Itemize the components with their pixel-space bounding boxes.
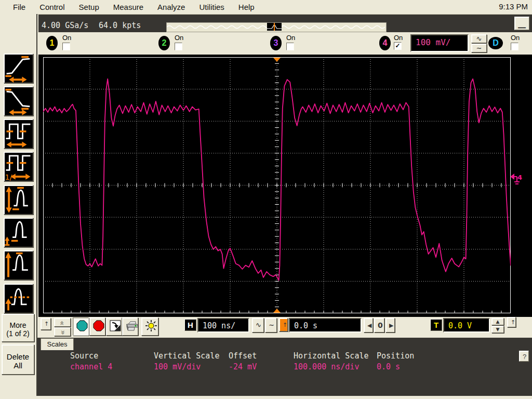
bottom-strip: [0, 396, 532, 399]
source-value: channel 4: [70, 362, 112, 371]
memory-depth: 64.0 kpts: [99, 21, 141, 30]
maximum-icon: [4, 251, 33, 280]
waveform-overview-bar[interactable]: [166, 22, 387, 32]
measure-period-button[interactable]: [4, 119, 33, 149]
column-header-horizontal-scale: Horizontal Scale: [294, 351, 369, 361]
digital-channels-button[interactable]: D: [488, 37, 503, 49]
double-chevron-down-icon: «: [58, 330, 66, 335]
horizontal-scale-value: 100.000 ns/div: [294, 362, 369, 371]
trigger-level-up-button[interactable]: ▲: [491, 318, 504, 325]
trigger-level-down-button[interactable]: ▼: [491, 326, 504, 333]
menu-analyze[interactable]: Analyze: [156, 1, 186, 13]
left-arrow-icon: ◀: [367, 322, 371, 329]
delete-all-button[interactable]: Delete All: [2, 344, 34, 375]
column-header-vertical-scale: Vertical Scale: [154, 351, 219, 361]
display-brightness-button[interactable]: [141, 317, 158, 336]
menu-file[interactable]: File: [12, 1, 26, 13]
scroll-up-button[interactable]: ↑: [41, 318, 51, 330]
measure-fall-time-button[interactable]: [4, 86, 33, 116]
tab-scales[interactable]: Scales: [41, 338, 74, 350]
position-left-button[interactable]: ◀: [364, 318, 373, 332]
channel-3-button[interactable]: 3: [270, 36, 282, 50]
vertical-scale-up-button[interactable]: ∿: [471, 34, 487, 43]
stop-octagon-icon: [93, 320, 104, 331]
menu-control[interactable]: Control: [38, 1, 65, 13]
waveform-svg: [43, 57, 511, 313]
digital-on-checkbox[interactable]: [511, 43, 518, 50]
help-button[interactable]: ?: [519, 351, 529, 362]
digital-on-label: On: [511, 34, 520, 42]
menu-bar: File Control Setup Measure Analyze Utili…: [0, 0, 532, 15]
horizontal-scale-fine-button[interactable]: ∿: [252, 318, 264, 332]
right-arrow-icon: ▶: [389, 322, 393, 329]
orange-up-arrow-icon: ↑: [283, 322, 287, 328]
channel-4-scale-field[interactable]: 100 mV/: [410, 34, 469, 52]
horizontal-scale-coarse-button[interactable]: ∼: [265, 318, 277, 332]
collapse-up-button[interactable]: «: [54, 318, 71, 327]
trigger-level-field[interactable]: 0.0 V: [443, 318, 490, 332]
average-icon: [4, 284, 33, 313]
delete-all-label-1: Delete: [5, 352, 31, 361]
trigger-reference-button[interactable]: ↑: [279, 318, 288, 331]
small-sine-icon: ∿: [256, 321, 261, 329]
measure-peak-to-peak-button[interactable]: [4, 185, 33, 215]
vertical-scale-value: 100 mV/div: [154, 362, 219, 371]
waveform-display-area[interactable]: 4: [38, 55, 532, 317]
acquisition-status-strip: 4.00 GSa/s 64.0 kpts —: [38, 15, 532, 32]
measure-average-button[interactable]: [4, 284, 33, 313]
measure-frequency-button[interactable]: 1/: [4, 152, 33, 181]
position-zero-button[interactable]: 0: [374, 318, 384, 332]
channel-2-on-checkbox[interactable]: [175, 43, 182, 50]
rise-time-icon: [4, 54, 33, 83]
run-button[interactable]: [73, 317, 89, 336]
channel-controls-row: 1 On 2 On 3 On 4 On ✓ 100 mV/ ∿ ∼ D On: [38, 32, 532, 55]
channel-2-button[interactable]: 2: [158, 36, 170, 50]
channel-4-ground-marker-icon[interactable]: 4: [510, 172, 523, 186]
print-button[interactable]: [122, 317, 138, 336]
sample-rate: 4.00 GSa/s: [42, 21, 88, 30]
position-value: 0.0 s: [377, 362, 414, 371]
column-header-position: Position: [377, 351, 414, 361]
ground-marker-channel-number: 4: [517, 174, 522, 181]
double-chevron-up-icon: «: [58, 321, 66, 325]
position-right-button[interactable]: ▶: [385, 318, 395, 332]
horizontal-position-field[interactable]: 0.0 s: [289, 318, 362, 332]
oscilloscope-window: File Control Setup Measure Analyze Utili…: [0, 0, 532, 399]
collapse-down-button[interactable]: «: [54, 327, 71, 336]
channel-4-on-label: On: [394, 34, 403, 42]
offset-value: -24 mV: [229, 362, 257, 371]
frequency-icon: 1/: [4, 152, 33, 181]
printer-icon: [126, 320, 138, 331]
channel-3-on-checkbox[interactable]: [286, 43, 294, 50]
channel-4-button[interactable]: 4: [379, 36, 391, 50]
scroll-up-right-button[interactable]: ↑: [507, 317, 516, 327]
clear-display-button[interactable]: [106, 317, 122, 336]
measure-rise-time-button[interactable]: [4, 54, 33, 83]
menu-setup[interactable]: Setup: [78, 1, 100, 13]
run-octagon-icon: [76, 320, 88, 331]
clear-display-icon: [110, 320, 121, 331]
more-button[interactable]: More (1 of 2): [2, 314, 34, 342]
measure-maximum-button[interactable]: [4, 250, 33, 280]
sine-wave-icon: ∿: [476, 35, 482, 43]
clock: 9:13 PM: [499, 2, 528, 11]
overview-window-marker[interactable]: [267, 23, 282, 31]
horizontal-menu-button[interactable]: H: [184, 319, 196, 331]
channel-1-button[interactable]: 1: [46, 36, 58, 50]
period-icon: [4, 119, 33, 148]
trigger-menu-button[interactable]: T: [430, 319, 442, 331]
menu-measure[interactable]: Measure: [112, 1, 144, 13]
minimize-button[interactable]: —: [514, 17, 529, 30]
more-button-label: More: [5, 321, 31, 329]
stop-button[interactable]: [89, 317, 105, 336]
menu-utilities[interactable]: Utilities: [198, 1, 225, 13]
menu-help[interactable]: Help: [237, 1, 256, 13]
quick-measure-sidebar: 1/: [0, 14, 37, 399]
horizontal-scale-field[interactable]: 100 ns/: [197, 318, 249, 332]
channel-1-on-checkbox[interactable]: [62, 43, 70, 50]
channel-4-on-checkbox[interactable]: ✓: [394, 42, 402, 50]
measure-minimum-button[interactable]: [4, 218, 33, 247]
minimum-icon: [4, 218, 33, 247]
channel-3-on-label: On: [286, 34, 295, 42]
vertical-scale-down-button[interactable]: ∼: [471, 44, 487, 52]
